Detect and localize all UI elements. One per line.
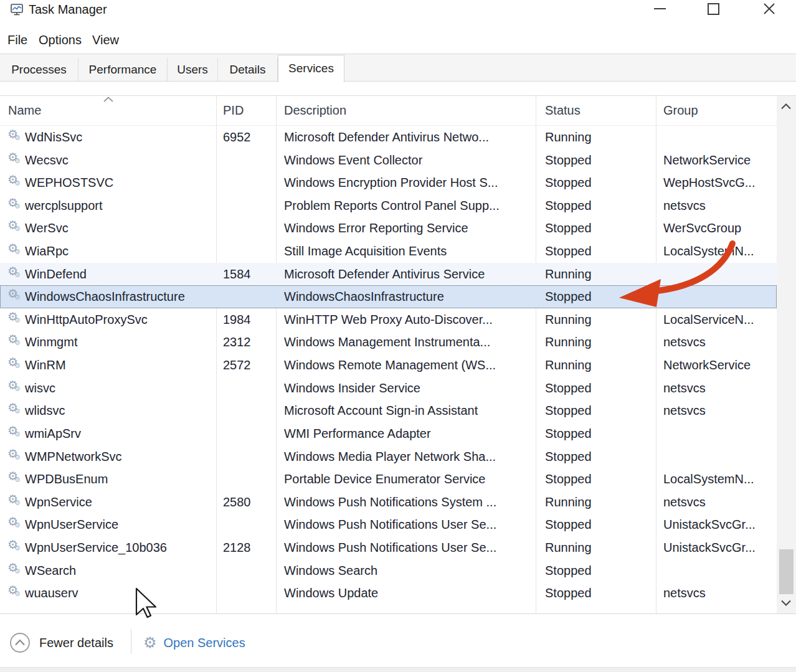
service-status: Running [545, 354, 652, 377]
gear-icon: ⚙ [143, 635, 157, 650]
tab-details[interactable]: Details [218, 58, 278, 81]
service-pid: 2312 [223, 331, 274, 354]
service-name: WpnUserService_10b036 [25, 536, 213, 559]
service-row[interactable]: ⚙⚙ WMPNetworkSvc Windows Media Player Ne… [0, 445, 777, 468]
service-name: WiaRpc [25, 240, 213, 263]
vertical-scrollbar[interactable] [777, 96, 796, 613]
task-manager-app-icon [10, 2, 24, 16]
scroll-up-button[interactable] [777, 98, 796, 117]
service-row[interactable]: ⚙⚙ wercplsupport Problem Reports Control… [0, 194, 777, 217]
service-row[interactable]: ⚙⚙ WiaRpc Still Image Acquisition Events… [0, 240, 777, 263]
service-row[interactable]: ⚙⚙ Winmgmt 2312 Windows Management Instr… [0, 331, 777, 354]
scroll-down-button[interactable] [777, 592, 796, 611]
service-group: netsvcs [663, 331, 774, 354]
service-group: LocalSystemN... [663, 468, 774, 491]
service-group: LocalServiceN... [663, 308, 774, 331]
service-pid: 6952 [223, 126, 274, 149]
service-status: Stopped [545, 149, 652, 172]
column-header-group[interactable]: Group [663, 96, 698, 125]
service-pid: 1584 [223, 263, 274, 286]
service-row[interactable]: ⚙⚙ wlidsvc Microsoft Account Sign-in Ass… [0, 399, 777, 422]
titlebar: Task Manager [0, 0, 796, 25]
column-header-pid[interactable]: PID [223, 96, 244, 125]
tab-users[interactable]: Users [168, 58, 218, 81]
service-status: Running [545, 331, 652, 354]
service-status: Stopped [545, 377, 652, 400]
service-row[interactable]: ⚙⚙ WpnUserService_10b036 2128 Windows Pu… [0, 536, 777, 559]
service-group: netsvcs [663, 491, 774, 514]
service-name: WSearch [25, 559, 213, 582]
service-description: Windows Remote Management (WS... [284, 354, 532, 377]
circled-chevron-up-icon [9, 632, 31, 653]
service-name: WpnUserService [25, 513, 213, 536]
column-header-description[interactable]: Description [284, 96, 346, 125]
service-row[interactable]: ⚙⚙ WSearch Windows Search Stopped [0, 559, 777, 582]
service-gear-icon: ⚙⚙ [7, 285, 22, 301]
service-pid: 1984 [223, 308, 274, 331]
fewer-details-button[interactable]: Fewer details [9, 632, 113, 654]
service-status: Stopped [545, 285, 652, 308]
menu-file[interactable]: File [7, 27, 27, 52]
service-row[interactable]: ⚙⚙ WpnService 2580 Windows Push Notifica… [0, 491, 777, 514]
footer-separator [131, 629, 131, 654]
service-row[interactable]: ⚙⚙ WinDefend 1584 Microsoft Defender Ant… [0, 263, 777, 286]
column-header-status[interactable]: Status [545, 96, 580, 125]
service-row[interactable]: ⚙⚙ WerSvc Windows Error Reporting Servic… [0, 217, 777, 240]
scrollbar-thumb[interactable] [779, 549, 794, 594]
menu-options[interactable]: Options [39, 27, 82, 52]
service-description: Microsoft Account Sign-in Assistant [284, 399, 532, 422]
minimize-button[interactable] [645, 0, 674, 20]
service-status: Running [545, 308, 652, 331]
tab-processes[interactable]: Processes [0, 58, 78, 81]
service-row[interactable]: ⚙⚙ Wecsvc Windows Event Collector Stoppe… [0, 149, 777, 172]
service-row[interactable]: ⚙⚙ WdNisSvc 6952 Microsoft Defender Anti… [0, 126, 777, 149]
service-gear-icon: ⚙⚙ [7, 331, 22, 347]
open-services-label: Open Services [164, 636, 245, 650]
service-pid: 2128 [223, 536, 274, 559]
service-status: Stopped [545, 422, 652, 445]
service-gear-icon: ⚙⚙ [7, 354, 22, 370]
service-row[interactable]: ⚙⚙ WinHttpAutoProxySvc 1984 WinHTTP Web … [0, 308, 777, 331]
service-row[interactable]: ⚙⚙ WPDBusEnum Portable Device Enumerator… [0, 468, 777, 491]
service-description: WMI Performance Adapter [284, 422, 532, 445]
service-description: Microsoft Defender Antivirus Netwo... [284, 126, 532, 149]
service-row[interactable]: ⚙⚙ WpnUserService Windows Push Notificat… [0, 513, 777, 536]
service-row[interactable]: ⚙⚙ WinRM 2572 Windows Remote Management … [0, 354, 777, 377]
service-group: LocalSystemN... [663, 240, 774, 263]
open-services-link[interactable]: ⚙ Open Services [143, 632, 245, 654]
tab-services[interactable]: Services [278, 55, 344, 82]
service-group: UnistackSvcGr... [663, 513, 774, 536]
service-name: Winmgmt [25, 331, 213, 354]
window-bottom-edge [0, 667, 796, 672]
service-gear-icon: ⚙⚙ [7, 171, 22, 187]
service-status: Stopped [545, 513, 652, 536]
service-gear-icon: ⚙⚙ [7, 491, 22, 507]
close-button[interactable] [755, 0, 784, 20]
service-status: Stopped [545, 582, 652, 605]
service-description: Problem Reports Control Panel Supp... [284, 194, 532, 217]
service-description: Microsoft Defender Antivirus Service [284, 263, 532, 286]
service-status: Running [545, 491, 652, 514]
maximize-button[interactable] [699, 0, 727, 20]
service-name: WPDBusEnum [25, 468, 213, 491]
services-list: Name PID Description Status Group ⚙⚙ WdN… [0, 96, 777, 613]
service-row[interactable]: ⚙⚙ wuauserv Windows Update Stopped netsv… [0, 582, 777, 605]
service-status: Stopped [545, 559, 652, 582]
service-description: Windows Push Notifications System ... [284, 491, 532, 514]
service-row[interactable]: ⚙⚙ WindowsChaosInfrastructure WindowsCha… [0, 285, 777, 308]
service-row[interactable]: ⚙⚙ WEPHOSTSVC Windows Encryption Provide… [0, 171, 777, 194]
menu-view[interactable]: View [92, 27, 119, 52]
column-header-name[interactable]: Name [8, 96, 41, 125]
service-description: Windows Event Collector [284, 149, 532, 172]
window-title: Task Manager [29, 2, 107, 17]
service-status: Stopped [545, 468, 652, 491]
service-status: Stopped [545, 399, 652, 422]
service-row[interactable]: ⚙⚙ wmiApSrv WMI Performance Adapter Stop… [0, 422, 777, 445]
service-row[interactable]: ⚙⚙ wisvc Windows Insider Service Stopped… [0, 377, 777, 400]
service-description: Portable Device Enumerator Service [284, 468, 532, 491]
service-pid: 2580 [223, 491, 274, 514]
service-name: WinDefend [25, 263, 213, 286]
service-group: NetworkService [663, 354, 774, 377]
service-group: WerSvcGroup [663, 217, 774, 240]
tab-performance[interactable]: Performance [78, 58, 168, 81]
